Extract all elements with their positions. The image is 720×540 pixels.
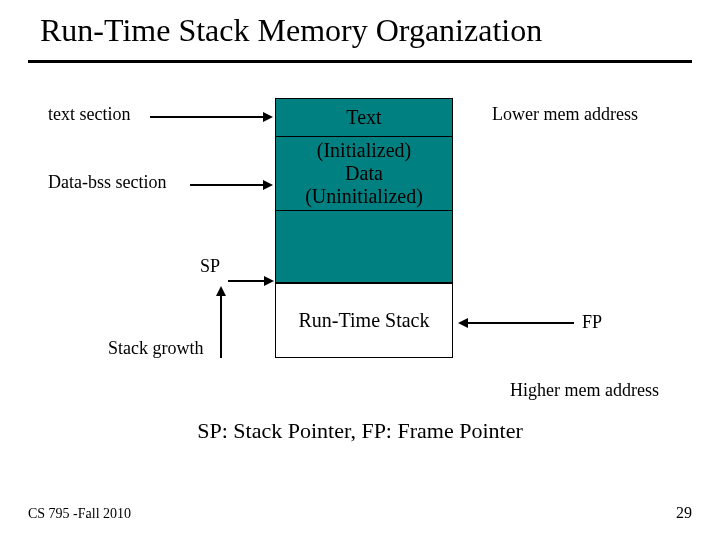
segment-data: (Initialized) Data (Uninitialized) [276, 137, 452, 211]
segment-text: Text [276, 99, 452, 137]
memory-column: Text (Initialized) Data (Uninitialized) … [275, 98, 453, 358]
slide-title: Run-Time Stack Memory Organization [40, 12, 542, 49]
label-stack-growth: Stack growth [108, 338, 203, 359]
label-fp: FP [582, 312, 602, 333]
footer-course: CS 795 -Fall 2010 [28, 506, 131, 522]
segment-data-lines: (Initialized) Data (Uninitialized) [305, 139, 423, 208]
segment-gap [276, 211, 452, 283]
caption: SP: Stack Pointer, FP: Frame Pointer [0, 418, 720, 444]
slide: { "title": "Run-Time Stack Memory Organi… [0, 0, 720, 540]
data-uninit-label: (Uninitialized) [305, 185, 423, 208]
label-text-section: text section [48, 104, 130, 125]
data-label: Data [305, 162, 423, 185]
segment-stack: Run-Time Stack [276, 283, 452, 357]
label-higher-mem: Higher mem address [510, 380, 659, 401]
label-lower-mem: Lower mem address [492, 104, 638, 125]
data-init-label: (Initialized) [305, 139, 423, 162]
title-rule [28, 60, 692, 63]
label-data-bss-section: Data-bss section [48, 172, 166, 193]
footer-page: 29 [676, 504, 692, 522]
label-sp: SP [200, 256, 220, 277]
